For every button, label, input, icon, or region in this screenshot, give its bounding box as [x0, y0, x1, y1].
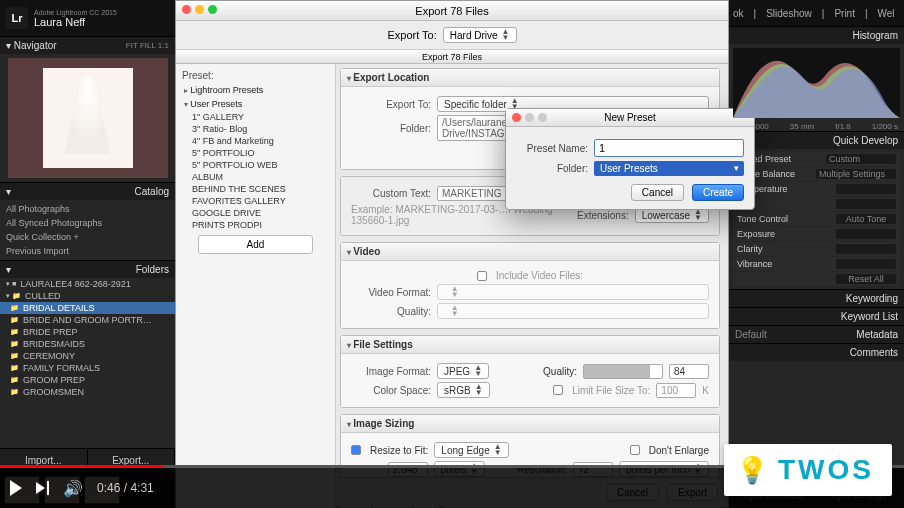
dont-enlarge-label: Don't Enlarge	[649, 445, 709, 456]
play-icon[interactable]	[10, 480, 22, 496]
section-video[interactable]: Video	[341, 243, 719, 261]
histo-s: 1/200 s	[872, 122, 898, 131]
keywording-header[interactable]: Keywording	[729, 289, 904, 307]
dont-enlarge-check[interactable]	[630, 445, 640, 455]
preset-group[interactable]: User Presets	[178, 97, 333, 111]
catalog-header[interactable]: ▾ Catalog	[0, 182, 175, 200]
close-icon[interactable]	[512, 113, 521, 122]
catalog-item[interactable]: Previous Import	[6, 244, 169, 258]
preset-item[interactable]: ALBUM	[178, 171, 333, 183]
close-icon[interactable]	[182, 5, 191, 14]
section-image-sizing[interactable]: Image Sizing	[341, 415, 719, 433]
add-preset-button[interactable]: Add	[198, 235, 313, 254]
wb-select[interactable]: Multiple Settings	[816, 169, 896, 179]
resize-select[interactable]: Long Edge▲▼	[434, 442, 508, 458]
extensions-label: Extensions:	[577, 210, 629, 221]
preset-item[interactable]: BEHIND THE SCENES	[178, 183, 333, 195]
export-to-select[interactable]: Hard Drive▲▼	[443, 27, 517, 43]
saved-preset-select[interactable]: Custom	[826, 154, 896, 164]
module-tab[interactable]: Print	[834, 8, 855, 19]
modal-cancel-button[interactable]: Cancel	[631, 184, 684, 201]
video-format-select[interactable]: ▲▼	[437, 284, 709, 300]
lightroom-logo: Lr	[6, 7, 28, 29]
temperature-buttons[interactable]	[836, 184, 896, 194]
preset-item[interactable]: 4" FB and Marketing	[178, 135, 333, 147]
modal-create-button[interactable]: Create	[692, 184, 744, 201]
preset-item[interactable]: 1" GALLERY	[178, 111, 333, 123]
folder-item[interactable]: 📁GROOM PREP	[0, 374, 175, 386]
watermark: 💡 TWOS	[724, 444, 892, 496]
folder-item[interactable]: ▾ 📁CULLED	[0, 290, 175, 302]
quality-label: Quality:	[543, 366, 577, 377]
preset-group[interactable]: Lightroom Presets	[178, 83, 333, 97]
catalog-item[interactable]: All Photographs	[6, 202, 169, 216]
minimize-icon[interactable]	[195, 5, 204, 14]
reset-all-button[interactable]: Reset All	[836, 274, 896, 284]
folder-item[interactable]: 📁BRIDAL DETAILS	[0, 302, 175, 314]
catalog-item[interactable]: Quick Collection +	[6, 230, 169, 244]
video-quality-label: Quality:	[351, 306, 431, 317]
resize-label: Resize to Fit:	[370, 445, 428, 456]
folder-item[interactable]: 📁BRIDESMAIDS	[0, 338, 175, 350]
folder-item[interactable]: 📁CEREMONY	[0, 350, 175, 362]
folder-item[interactable]: 📁BRIDE PREP	[0, 326, 175, 338]
color-space-select[interactable]: sRGB▲▼	[437, 382, 490, 398]
volume[interactable]: ▾ ■LAURALEE4 862-268-2921	[0, 278, 175, 290]
folder-item[interactable]: 📁FAMILY FORMALS	[0, 362, 175, 374]
histogram-header[interactable]: Histogram	[729, 26, 904, 44]
clarity-buttons[interactable]	[836, 244, 896, 254]
module-tab[interactable]: Wel	[878, 8, 895, 19]
folder-item[interactable]: 📁BRIDE AND GROOM PORTR…	[0, 314, 175, 326]
comments-header[interactable]: Comments	[729, 343, 904, 361]
zoom-icon[interactable]	[208, 5, 217, 14]
tint-buttons[interactable]	[836, 199, 896, 209]
preset-item[interactable]: 5" PORTFOLIO WEB	[178, 159, 333, 171]
quality-value[interactable]: 84	[669, 364, 709, 379]
quality-slider[interactable]	[583, 364, 663, 379]
preset-folder-select[interactable]: User Presets	[594, 161, 744, 176]
section-export-location[interactable]: Export Location	[341, 69, 719, 87]
video-format-label: Video Format:	[351, 287, 431, 298]
export-subtitle: Export 78 Files	[176, 50, 728, 64]
navigator-header[interactable]: ▾ NavigatorFIT FILL 1:1	[0, 36, 175, 54]
preset-item[interactable]: GOOGLE DRIVE	[178, 207, 333, 219]
exposure-buttons[interactable]	[836, 229, 896, 239]
color-space-label: Color Space:	[351, 385, 431, 396]
zoom-icon	[538, 113, 547, 122]
section-file-settings[interactable]: File Settings	[341, 336, 719, 354]
limit-size-check[interactable]	[553, 385, 563, 395]
preset-item[interactable]: 5" PORTFOLIO	[178, 147, 333, 159]
watermark-text: TWOS	[778, 454, 874, 486]
export-window-title: Export 78 Files	[176, 1, 728, 21]
include-video-label: Include Video Files:	[496, 270, 583, 281]
next-icon[interactable]	[36, 481, 49, 495]
folders-header[interactable]: ▾ Folders	[0, 260, 175, 278]
quick-develop-header[interactable]: Quick Develop	[729, 131, 904, 149]
preset-item[interactable]: PRINTS PRODPI	[178, 219, 333, 231]
vibrance-buttons[interactable]	[836, 259, 896, 269]
metadata-header[interactable]: DefaultMetadata	[729, 325, 904, 343]
video-quality-select[interactable]: ▲▼	[437, 303, 709, 319]
auto-tone-button[interactable]: Auto Tone	[836, 214, 896, 224]
image-format-select[interactable]: JPEG▲▼	[437, 363, 489, 379]
include-video-check[interactable]	[477, 271, 487, 281]
exposure-label: Exposure	[737, 229, 775, 239]
module-tab[interactable]: ok	[733, 8, 744, 19]
custom-text-label: Custom Text:	[351, 188, 431, 199]
limit-size-value[interactable]: 100	[656, 383, 696, 398]
keyword-list-header[interactable]: Keyword List	[729, 307, 904, 325]
tone-control-label: Tone Control	[737, 214, 788, 224]
module-tab[interactable]: Slideshow	[766, 8, 812, 19]
export-to-label: Export To:	[387, 29, 436, 41]
navigator-preview[interactable]	[8, 58, 168, 178]
histo-f: f/1.8	[835, 122, 851, 131]
catalog-item[interactable]: All Synced Photographs	[6, 216, 169, 230]
preset-header: Preset:	[178, 68, 333, 83]
volume-icon[interactable]: 🔊	[63, 479, 83, 498]
preset-item[interactable]: FAVORITES GALLERY	[178, 195, 333, 207]
modal-title: New Preset	[604, 112, 656, 123]
resize-check[interactable]	[351, 445, 361, 455]
preset-name-input[interactable]	[594, 139, 744, 157]
folder-item[interactable]: 📁GROOMSMEN	[0, 386, 175, 398]
preset-item[interactable]: 3" Ratio- Blog	[178, 123, 333, 135]
